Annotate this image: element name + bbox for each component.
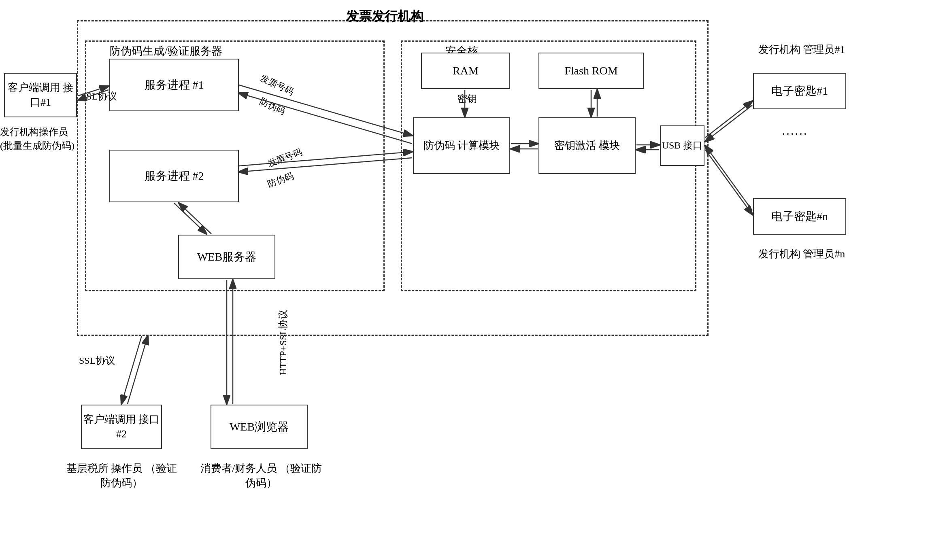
svg-line-16 bbox=[705, 105, 752, 142]
anti-fake-module: 防伪码 计算模块 bbox=[413, 117, 510, 174]
client-interface-1: 客户端调用 接口#1 bbox=[4, 73, 77, 117]
ellipsis-label: …… bbox=[781, 121, 807, 140]
svg-line-18 bbox=[705, 146, 752, 210]
grassroots-operator-label: 基层税所 操作员 （验证防伪码） bbox=[63, 461, 180, 491]
ram-box: RAM bbox=[421, 53, 510, 89]
consumer-staff-label: 消费者/财务人员 （验证防伪码） bbox=[198, 461, 324, 491]
svg-line-24 bbox=[128, 336, 148, 404]
anti-fake-server-label: 防伪码生成/验证服务器 bbox=[93, 44, 239, 59]
flash-rom-box: Flash ROM bbox=[538, 53, 644, 89]
admin-n-label: 发行机构 管理员#n bbox=[753, 247, 850, 261]
client-interface-2: 客户端调用 接口#2 bbox=[81, 405, 162, 449]
key-label: 密钥 bbox=[458, 92, 477, 106]
admin-1-label: 发行机构 管理员#1 bbox=[753, 42, 850, 57]
service-process-1: 服务进程 #1 bbox=[109, 59, 239, 111]
diagram: 发票发行机构 防伪码生成/验证服务器 安全核 客户端调用 接口#1 服务进程 #… bbox=[0, 0, 930, 560]
web-server: WEB服务器 bbox=[178, 235, 275, 279]
e-key-1: 电子密匙#1 bbox=[753, 73, 846, 109]
svg-line-17 bbox=[705, 150, 752, 214]
issuer-operator-label: 发行机构操作员 (批量生成防伪码) bbox=[0, 125, 77, 153]
ssl-protocol-1-label: SSL协议 bbox=[81, 90, 117, 104]
issuer-org-title: 发票发行机构 bbox=[304, 7, 466, 25]
web-browser: WEB浏览器 bbox=[211, 405, 308, 449]
service-process-2: 服务进程 #2 bbox=[109, 150, 239, 202]
usb-interface: USB 接口 bbox=[660, 125, 704, 166]
svg-line-15 bbox=[705, 101, 752, 138]
ssl-protocol-2-label: SSL协议 bbox=[79, 354, 115, 368]
key-activate-module: 密钥激活 模块 bbox=[538, 117, 636, 174]
e-key-n: 电子密匙#n bbox=[753, 198, 846, 235]
http-ssl-label: HTTP+SSL协议 bbox=[277, 310, 289, 375]
svg-line-23 bbox=[121, 336, 142, 404]
